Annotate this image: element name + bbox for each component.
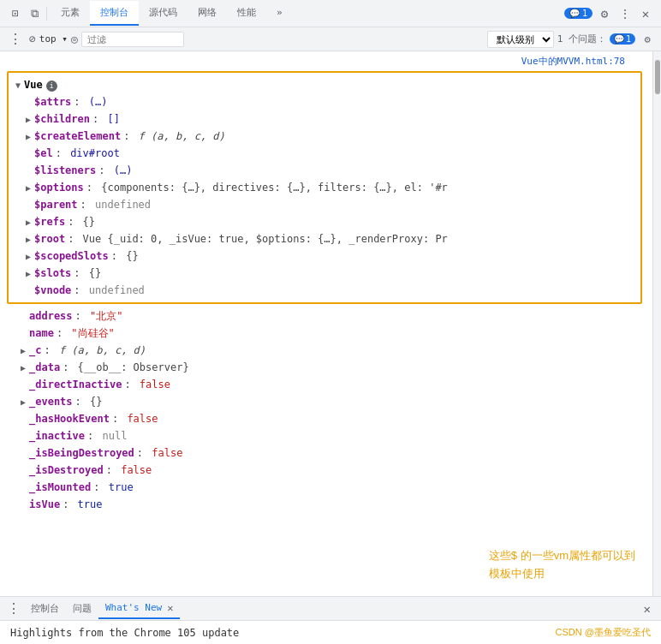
vue-mvvm-link[interactable]: Vue中的MVVM.html:78 <box>521 54 639 67</box>
bottom-highlight-bar: Highlights from the Chrome 105 update CS… <box>0 620 661 644</box>
prop-val-attrs: (…) <box>83 94 108 110</box>
colon-slots: : <box>74 265 80 281</box>
scroll-thumb[interactable] <box>655 60 660 94</box>
prop-name-id: _isDestroyed <box>29 462 104 478</box>
colon-c: : <box>44 343 50 358</box>
tab-sources[interactable]: 源代码 <box>139 1 188 26</box>
vue-info-icon[interactable]: i <box>46 80 57 92</box>
issues-count-badge[interactable]: 💬 1 <box>610 33 635 45</box>
annotation-text: 这些$ 的一些vm属性都可以到模板中使用 <box>489 547 635 583</box>
chat-badge[interactable]: 💬 1 <box>564 8 593 19</box>
slots-arrow[interactable] <box>26 267 34 280</box>
prop-val-listeners: (…) <box>107 163 132 178</box>
top-link-area: Vue中的MVVM.html:78 <box>0 55 652 68</box>
colon-create-element: : <box>123 128 129 144</box>
data-arrow[interactable] <box>21 361 29 374</box>
prop-val-slots: {} <box>83 265 102 281</box>
prop-val-data: {__ob__: Observer} <box>71 360 188 375</box>
root-arrow[interactable] <box>26 233 34 246</box>
whats-new-close-btn[interactable]: ✕ <box>167 602 173 614</box>
prop-attrs: ▶ $attrs : (…) <box>15 93 634 110</box>
prop-name-address: address <box>29 308 73 324</box>
prop-name-hhe: _hasHookEvent <box>29 411 110 426</box>
tab-performance[interactable]: 性能 <box>227 1 266 26</box>
prop-val-scoped-slots: {} <box>120 248 139 264</box>
prop-name-ibd: _isBeingDestroyed <box>29 445 134 461</box>
tab-more[interactable]: » <box>266 2 293 25</box>
prop-val-inactive: null <box>96 428 127 444</box>
prop-is-vue: ▶ isVue : true <box>21 496 652 513</box>
options-arrow[interactable] <box>26 182 34 194</box>
colon-options: : <box>86 180 92 195</box>
c-arrow[interactable] <box>21 344 29 357</box>
prop-name-field: ▶ name : "尚硅谷" <box>21 325 652 342</box>
colon-di: : <box>124 377 130 392</box>
bottom-panel-close[interactable]: ✕ <box>637 602 658 616</box>
close-icon[interactable]: ✕ <box>637 5 654 22</box>
settings-icon[interactable]: ⚙ <box>596 5 613 22</box>
prop-listeners: ▶ $listeners : (…) <box>15 162 634 179</box>
bottom-three-dots[interactable]: ⋮ <box>3 600 24 617</box>
prop-is-mounted: ▶ _isMounted : true <box>21 479 652 496</box>
events-arrow[interactable] <box>21 396 29 408</box>
children-arrow[interactable] <box>26 113 34 126</box>
colon-address: : <box>75 308 81 324</box>
scoped-slots-arrow[interactable] <box>26 250 34 263</box>
prop-children: $children : [] <box>15 110 634 128</box>
prop-val-name: "尚硅谷" <box>65 325 115 341</box>
prop-vnode: ▶ $vnode : undefined <box>15 282 634 299</box>
extra-props-section: ▶ address : "北京" ▶ name : "尚硅谷" 这些$ 的一些v… <box>0 307 652 513</box>
colon-events: : <box>75 394 81 409</box>
prop-address: ▶ address : "北京" <box>21 307 652 325</box>
colon-data: : <box>63 360 68 375</box>
prop-create-element: $createElement : f (a, b, c, d) <box>15 128 634 145</box>
prop-name-listeners: $listeners <box>34 163 96 178</box>
colon-scoped-slots: : <box>111 248 117 264</box>
prop-slots: $slots : {} <box>15 265 634 282</box>
prop-val-ibd: false <box>146 445 182 461</box>
colon-ibd: : <box>137 445 143 461</box>
tab-elements[interactable]: 元素 <box>51 1 90 26</box>
prop-val-parent: undefined <box>89 197 151 212</box>
prop-direct-inactive: ▶ _directInactive : false <box>21 376 652 393</box>
bottom-tab-console[interactable]: 控制台 <box>24 599 66 618</box>
tab-network[interactable]: 网络 <box>188 1 227 26</box>
selector-icon[interactable]: ⊡ <box>7 5 24 22</box>
issues-section: 1 个问题： 💬 1 <box>557 33 635 45</box>
context-selector[interactable]: top ▾ <box>39 33 68 45</box>
level-dropdown[interactable]: 默认级别 <box>487 31 554 48</box>
prop-name-slots: $slots <box>34 265 71 281</box>
prop-name-children: $children <box>34 111 90 127</box>
bottom-tab-whats-new[interactable]: What's New ✕ <box>98 599 180 619</box>
colon-attrs: : <box>74 94 80 110</box>
create-element-arrow[interactable] <box>26 130 34 143</box>
issues-settings-icon[interactable]: ⚙ <box>639 31 656 48</box>
eye-icon[interactable]: ◎ <box>71 33 78 45</box>
prop-val-el: div#root <box>64 146 120 161</box>
prop-val-events: {} <box>84 394 103 409</box>
chat-count: 1 <box>582 9 587 18</box>
prop-val-iv: true <box>71 497 102 512</box>
toolbar-tabs: 元素 控制台 源代码 网络 性能 » <box>51 1 293 26</box>
bottom-tab-issues[interactable]: 问题 <box>66 599 98 618</box>
colon-el: : <box>56 146 62 161</box>
layers-icon[interactable]: ⧉ <box>26 5 43 22</box>
prop-name-scoped-slots: $scopedSlots <box>34 248 109 264</box>
more-icon[interactable]: ⋮ <box>616 5 634 22</box>
vue-title-row: Vue i <box>15 76 634 93</box>
console-panel: Vue中的MVVM.html:78 Vue i ▶ $attrs : (…) $… <box>0 51 652 596</box>
prop-name-root: $root <box>34 231 65 247</box>
no-entry-icon[interactable]: ⊘ <box>29 33 36 45</box>
refs-arrow[interactable] <box>26 216 34 229</box>
highlight-text: Highlights from the Chrome 105 update <box>10 627 239 639</box>
prop-name-data: _data <box>29 360 60 375</box>
scrollbar[interactable] <box>652 51 661 596</box>
prop-name-el: $el <box>34 146 53 161</box>
filter-input[interactable] <box>81 32 184 47</box>
prop-name-c: _c <box>29 343 41 358</box>
three-dots-icon[interactable]: ⋮ <box>5 31 26 47</box>
prop-val-c: f (a, b, c, d) <box>53 343 146 358</box>
tab-console[interactable]: 控制台 <box>90 1 139 26</box>
prop-val-di: false <box>134 377 170 392</box>
vue-expand-arrow[interactable] <box>15 79 24 92</box>
